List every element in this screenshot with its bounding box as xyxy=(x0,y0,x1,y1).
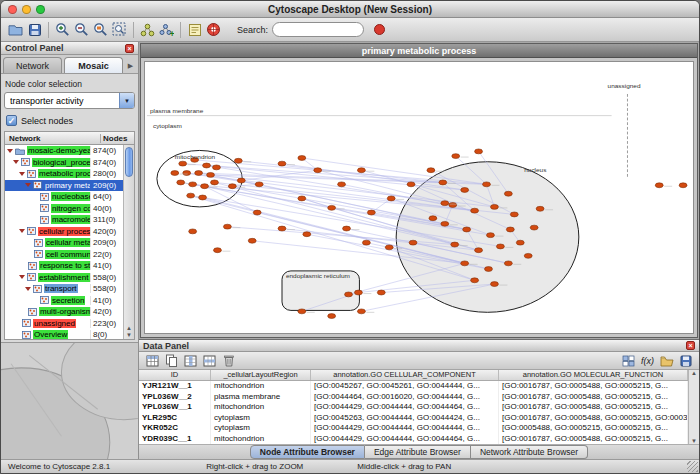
table-icon[interactable] xyxy=(143,351,162,370)
column-header[interactable]: annotation.GO MOLECULAR_FUNCTION xyxy=(499,370,688,380)
minimize-window-button[interactable] xyxy=(22,5,31,14)
tree-row[interactable]: response to stimu...41(0) xyxy=(5,260,123,272)
graph-node[interactable] xyxy=(516,240,524,245)
search-input[interactable] xyxy=(272,22,364,37)
zoom-fit-icon[interactable] xyxy=(110,20,129,39)
tree-header-nodes[interactable]: Nodes xyxy=(100,134,134,143)
graph-node[interactable] xyxy=(314,168,322,173)
graph-node[interactable] xyxy=(427,168,435,173)
resize-grip[interactable] xyxy=(687,461,698,472)
tab-node-attribute-browser[interactable]: Node Attribute Browser xyxy=(250,445,365,459)
function-icon[interactable]: f(x) xyxy=(638,351,657,370)
table-cell[interactable]: [GO:0016787, GO:0005488, GO:0005215, GO:… xyxy=(499,413,688,424)
expand-arrow-icon[interactable] xyxy=(19,275,25,279)
graph-node[interactable] xyxy=(362,240,370,245)
tree-header-network[interactable]: Network xyxy=(5,134,100,143)
graph-node[interactable] xyxy=(463,227,471,232)
tab-edge-attribute-browser[interactable]: Edge Attribute Browser xyxy=(365,445,471,459)
tree-row[interactable]: cellular metabo...209(0) xyxy=(5,237,123,249)
graph-node[interactable] xyxy=(278,161,286,166)
titlebar[interactable]: Cytoscape Desktop (New Session) xyxy=(1,1,699,18)
graph-node[interactable] xyxy=(298,196,306,201)
graph-node[interactable] xyxy=(530,225,538,230)
graph-node[interactable] xyxy=(328,314,336,319)
tree-row[interactable]: secretion41(0) xyxy=(5,295,123,307)
graph-node[interactable] xyxy=(211,180,219,185)
graph-node[interactable] xyxy=(504,261,512,266)
graph-node[interactable] xyxy=(328,205,336,210)
table-cell[interactable]: mitochondrion xyxy=(211,381,311,392)
network-svg[interactable]: plasma membranecytoplasmmitochondrionnuc… xyxy=(145,62,693,333)
tab-mosaic[interactable]: Mosaic xyxy=(64,57,123,73)
graph-node[interactable] xyxy=(338,182,346,187)
graph-node[interactable] xyxy=(234,158,242,163)
tree-row[interactable]: primary metabo...209(0) xyxy=(5,180,123,192)
save-table-icon[interactable] xyxy=(676,351,695,370)
table-row[interactable]: YPL036W__1mitochondrion[GO:0044429, GO:0… xyxy=(139,402,688,413)
table-cell[interactable]: [GO:0005488, GO:0005215, GO:0005215, G..… xyxy=(499,423,688,434)
table-cell[interactable]: [GO:0044429, GO:0044444, GO:0044464, G..… xyxy=(311,434,499,445)
table-cell[interactable]: [GO:0016787, GO:0005488, GO:0005215, G..… xyxy=(499,381,688,392)
open-icon[interactable] xyxy=(6,20,25,39)
table-cell[interactable]: [GO:0044429, GO:0044444, GO:0044464, G..… xyxy=(311,402,499,413)
graph-node[interactable] xyxy=(496,244,504,249)
search-clear-icon[interactable] xyxy=(370,20,389,39)
tree-row[interactable]: macromolecule...311(0) xyxy=(5,214,123,226)
graph-node[interactable] xyxy=(483,182,491,187)
expand-arrow-icon[interactable] xyxy=(19,229,25,233)
graph-node[interactable] xyxy=(195,171,203,176)
node-color-dropdown[interactable]: transporter activity ▼ xyxy=(4,92,135,109)
graph-node[interactable] xyxy=(223,224,231,229)
graph-node[interactable] xyxy=(449,203,457,208)
graph-node[interactable] xyxy=(345,292,353,297)
plugins-icon[interactable] xyxy=(204,20,223,39)
table-row[interactable]: YDR039C__1mitochondrion[GO:0044429, GO:0… xyxy=(139,434,688,445)
table-cell[interactable]: [GO:0016787, GO:0005488, GO:0005215, G..… xyxy=(499,392,688,403)
expand-arrow-icon[interactable] xyxy=(25,287,31,291)
table-cell[interactable]: [GO:0016787, GO:0005488, GO:0005215, G..… xyxy=(499,402,688,413)
graph-node[interactable] xyxy=(228,184,236,189)
table-row[interactable]: YPL036W__2plasma membrane[GO:0044464, GO… xyxy=(139,392,688,403)
graph-node[interactable] xyxy=(357,309,365,314)
table-cell[interactable]: [GO:0045267, GO:0045261, GO:0044444, G..… xyxy=(311,381,499,392)
column-header[interactable]: annotation.GO CELLULAR_COMPONENT xyxy=(311,370,499,380)
table-cell[interactable]: [GO:0044464, GO:0016020, GO:0044444, G..… xyxy=(311,392,499,403)
graph-node[interactable] xyxy=(504,191,512,196)
tree-row[interactable]: unassigned223(0) xyxy=(5,318,123,330)
tree-scrollbar-thumb[interactable] xyxy=(125,147,133,177)
graph-node[interactable] xyxy=(298,309,306,314)
table-cell[interactable]: [GO:0044429, GO:0044444, GO:0044444, G..… xyxy=(311,423,499,434)
graph-node[interactable] xyxy=(298,156,306,161)
table-cell[interactable]: YPL036W__1 xyxy=(139,402,211,413)
graph-node[interactable] xyxy=(248,238,256,243)
tree-scrollbar-arrows[interactable]: ▲▼ xyxy=(124,325,134,339)
tree-row[interactable]: mosaic-demo-yeast874(0) xyxy=(5,145,123,157)
annotation-icon[interactable] xyxy=(185,20,204,39)
graph-node[interactable] xyxy=(385,245,393,250)
graph-node[interactable] xyxy=(475,248,483,253)
tree-row[interactable]: multi-organism pr...42(0) xyxy=(5,306,123,318)
table-row[interactable]: YKR052Ccytoplasm[GO:0044429, GO:0044444,… xyxy=(139,423,688,434)
graph-node[interactable] xyxy=(171,171,179,176)
import-table-icon[interactable] xyxy=(657,351,676,370)
zoom-window-button[interactable] xyxy=(36,5,45,14)
graph-node[interactable] xyxy=(441,221,449,226)
table-cell[interactable]: plasma membrane xyxy=(211,392,311,403)
graph-node[interactable] xyxy=(461,188,469,193)
expand-arrow-icon[interactable] xyxy=(7,149,13,153)
graph-node[interactable] xyxy=(343,226,351,231)
expand-arrow-icon[interactable] xyxy=(13,160,19,164)
table-cell[interactable]: mitochondrion xyxy=(211,434,311,445)
table-cell[interactable]: [GO:0016787, GO:0005488, GO:0005215, G..… xyxy=(499,434,688,445)
graph-node[interactable] xyxy=(377,290,385,295)
graph-node[interactable] xyxy=(451,242,459,247)
graph-node[interactable] xyxy=(237,178,245,183)
tree-row[interactable]: establishment of l...558(0) xyxy=(5,272,123,284)
network-window-title[interactable]: primary metabolic process xyxy=(141,44,697,58)
graph-node[interactable] xyxy=(506,227,514,232)
table-cell[interactable]: YPL036W__2 xyxy=(139,392,211,403)
graph-node[interactable] xyxy=(179,161,187,166)
table-cell[interactable]: YDR039C__1 xyxy=(139,434,211,445)
graph-node[interactable] xyxy=(655,183,663,188)
new-network-icon[interactable]: + xyxy=(157,20,176,39)
